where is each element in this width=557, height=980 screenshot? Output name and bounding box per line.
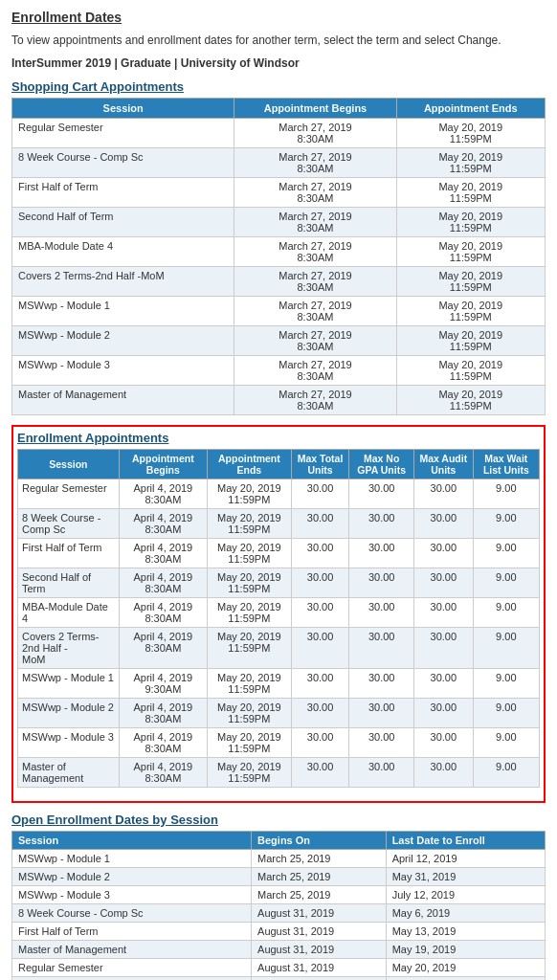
ea-max-audit: 30.00 (413, 757, 473, 787)
ea-begins: April 4, 20199:30AM (119, 668, 207, 698)
table-row: Second Half of Term March 27, 20198:30AM… (12, 207, 546, 236)
sc-session: Covers 2 Terms-2nd Half -MoM (12, 266, 234, 296)
table-row: Second Half of Term April 4, 20198:30AM … (18, 568, 540, 597)
ea-begins: April 4, 20198:30AM (119, 698, 207, 727)
table-row: Regular Semester March 27, 20198:30AM Ma… (12, 118, 546, 147)
ea-max-no-gpa: 30.00 (349, 597, 414, 627)
oe-last: May 20, 2019 (386, 976, 545, 980)
oe-session: Covers 2 Terms-2nd Half -MoM (12, 976, 252, 980)
ea-max-total: 30.00 (291, 597, 349, 627)
table-row: Regular Semester April 4, 20198:30AM May… (18, 479, 540, 508)
term-info: InterSummer 2019 | Graduate | University… (11, 56, 546, 70)
ea-max-wait: 9.00 (473, 698, 539, 727)
ea-session: First Half of Term (18, 538, 120, 568)
sc-session: 8 Week Course - Comp Sc (12, 147, 234, 177)
ea-max-total: 30.00 (291, 538, 349, 568)
ea-begins: April 4, 20198:30AM (119, 508, 207, 538)
ea-max-total: 30.00 (291, 627, 349, 668)
ea-ends: May 20, 201911:59PM (208, 479, 292, 508)
ea-begins: April 4, 20198:30AM (119, 757, 207, 787)
oe-col-session: Session (12, 831, 252, 849)
ea-max-audit: 30.00 (413, 479, 473, 508)
ea-ends: May 20, 201911:59PM (208, 568, 292, 597)
oe-session: 8 Week Course - Comp Sc (12, 903, 252, 922)
ea-session: MSWwp - Module 2 (18, 698, 120, 727)
shopping-cart-title: Shopping Cart Appointments (11, 79, 546, 94)
ea-session: MSWwp - Module 3 (18, 727, 120, 757)
ea-ends: May 20, 201911:59PM (208, 508, 292, 538)
table-row: MSWwp - Module 2 March 25, 2019 May 31, … (12, 867, 546, 885)
ea-session: Regular Semester (18, 479, 120, 508)
ea-max-total: 30.00 (291, 479, 349, 508)
oe-begins: March 25, 2019 (252, 867, 387, 885)
ea-session: Second Half of Term (18, 568, 120, 597)
sc-session: Second Half of Term (12, 207, 234, 236)
ea-col-max-audit: Max Audit Units (413, 449, 473, 479)
ea-max-wait: 9.00 (473, 757, 539, 787)
ea-col-ends: Appointment Ends (208, 449, 292, 479)
sc-begins: March 27, 20198:30AM (234, 147, 396, 177)
sc-ends: May 20, 201911:59PM (396, 385, 545, 414)
open-enrollment-table: Session Begins On Last Date to Enroll MS… (11, 831, 546, 980)
table-row: MSWwp - Module 2 March 27, 20198:30AM Ma… (12, 325, 546, 355)
ea-session: MBA-Module Date 4 (18, 597, 120, 627)
table-row: First Half of Term August 31, 2019 May 1… (12, 922, 546, 940)
sc-session: MSWwp - Module 3 (12, 355, 234, 385)
ea-max-total: 30.00 (291, 727, 349, 757)
ea-max-total: 30.00 (291, 668, 349, 698)
sc-ends: May 20, 201911:59PM (396, 177, 545, 207)
table-row: MSWwp - Module 3 March 27, 20198:30AM Ma… (12, 355, 546, 385)
table-row: Master of Management March 27, 20198:30A… (12, 385, 546, 414)
ea-max-wait: 9.00 (473, 568, 539, 597)
sc-ends: May 20, 201911:59PM (396, 147, 545, 177)
open-enrollment-title: Open Enrollment Dates by Session (11, 813, 546, 827)
shopping-cart-table: Session Appointment Begins Appointment E… (11, 98, 546, 415)
sc-begins: March 27, 20198:30AM (234, 118, 396, 147)
sc-session: First Half of Term (12, 177, 234, 207)
oe-begins: August 31, 2019 (252, 922, 387, 940)
col-appt-begins: Appointment Begins (234, 98, 396, 118)
intro-text: To view appointments and enrollment date… (11, 33, 546, 49)
ea-max-no-gpa: 30.00 (349, 668, 414, 698)
sc-begins: March 27, 20198:30AM (234, 355, 396, 385)
oe-begins: August 31, 2019 (252, 903, 387, 922)
shopping-cart-section: Shopping Cart Appointments Session Appoi… (11, 79, 546, 415)
oe-last: May 20, 2019 (386, 958, 545, 976)
ea-max-audit: 30.00 (413, 727, 473, 757)
ea-max-audit: 30.00 (413, 668, 473, 698)
sc-begins: March 27, 20198:30AM (234, 325, 396, 355)
table-row: MSWwp - Module 1 March 25, 2019 April 12… (12, 849, 546, 867)
sc-ends: May 20, 201911:59PM (396, 296, 545, 325)
col-appt-ends: Appointment Ends (396, 98, 545, 118)
oe-session: MSWwp - Module 2 (12, 867, 252, 885)
sc-begins: March 27, 20198:30AM (234, 385, 396, 414)
sc-begins: March 27, 20198:30AM (234, 207, 396, 236)
ea-col-begins: Appointment Begins (119, 449, 207, 479)
open-enrollment-section: Open Enrollment Dates by Session Session… (11, 813, 546, 980)
ea-max-no-gpa: 30.00 (349, 508, 414, 538)
table-row: Covers 2 Terms-2nd Half -MoM August 31, … (12, 976, 546, 980)
ea-max-audit: 30.00 (413, 627, 473, 668)
ea-ends: May 20, 201911:59PM (208, 727, 292, 757)
sc-ends: May 20, 201911:59PM (396, 325, 545, 355)
ea-col-max-wait: Max Wait List Units (473, 449, 539, 479)
ea-begins: April 4, 20198:30AM (119, 597, 207, 627)
ea-max-no-gpa: 30.00 (349, 479, 414, 508)
ea-max-no-gpa: 30.00 (349, 538, 414, 568)
ea-session: 8 Week Course - Comp Sc (18, 508, 120, 538)
ea-ends: May 20, 201911:59PM (208, 698, 292, 727)
ea-session: MSWwp - Module 1 (18, 668, 120, 698)
ea-begins: April 4, 20198:30AM (119, 568, 207, 597)
sc-begins: March 27, 20198:30AM (234, 266, 396, 296)
ea-max-wait: 9.00 (473, 538, 539, 568)
ea-max-total: 30.00 (291, 568, 349, 597)
oe-begins: March 25, 2019 (252, 885, 387, 903)
page-title: Enrollment Dates (11, 10, 546, 25)
oe-last: May 19, 2019 (386, 940, 545, 958)
ea-max-audit: 30.00 (413, 568, 473, 597)
sc-ends: May 20, 201911:59PM (396, 236, 545, 266)
ea-max-total: 30.00 (291, 757, 349, 787)
oe-col-begins: Begins On (252, 831, 387, 849)
sc-ends: May 20, 201911:59PM (396, 207, 545, 236)
oe-session: First Half of Term (12, 922, 252, 940)
